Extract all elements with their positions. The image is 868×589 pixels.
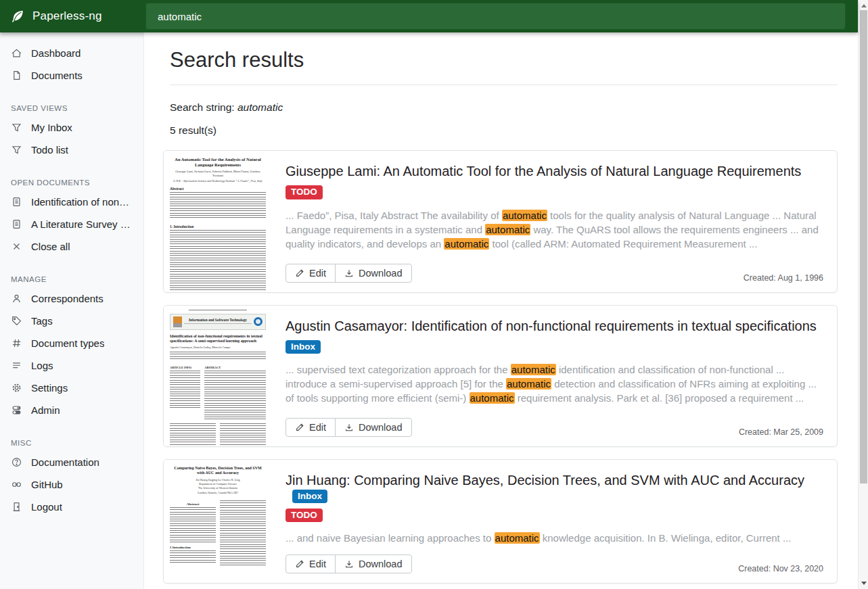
search-string-value: automatic [237,101,283,113]
pencil-icon [295,559,304,569]
search-string-line: Search string: automatic [170,101,838,114]
tag-badge-todo[interactable]: TODO [285,509,323,523]
download-button[interactable]: Download [335,555,412,573]
file-text-icon [11,218,22,230]
edit-button[interactable]: Edit [285,418,336,437]
sidebar-section-saved-views: SAVED VIEWS [11,104,133,112]
result-title-link[interactable]: Agustin Casamayor: Identification of non… [285,316,823,335]
sidebar-item-logout[interactable]: Logout [0,496,143,518]
paperless-leaf-icon [10,9,25,24]
tag-badge-inbox[interactable]: Inbox [292,490,327,504]
sidebar-item-label: Tags [31,315,53,327]
tag-badge-todo[interactable]: TODO [285,185,323,199]
sidebar-item-my-inbox[interactable]: My Inbox [0,116,143,139]
sidebar: Dashboard Documents SAVED VIEWS My Inbox… [0,32,144,589]
sidebar-item-correspondents[interactable]: Correspondents [0,287,143,310]
documents-icon [11,70,22,81]
sidebar-item-documentation[interactable]: Documentation [0,451,143,473]
sidebar-item-label: My Inbox [31,122,72,133]
filter-icon [11,144,22,156]
question-circle-icon [11,456,22,468]
result-title-link[interactable]: Jin Huang: Comparing Naive Bayes, Decisi… [285,473,804,488]
brand-link[interactable]: Paperless-ng [0,0,144,32]
page-title: Search results [170,46,838,74]
document-thumbnail[interactable]: Information and Software Technology Iden… [164,306,272,446]
sidebar-item-label: Logs [31,360,53,371]
gear-icon [11,382,22,394]
vertical-scrollbar[interactable] [858,0,868,589]
scrollbar-thumb[interactable] [860,10,867,484]
card-actions: Edit Download [285,264,412,283]
tag-badge-inbox[interactable]: Inbox [285,340,321,354]
sidebar-item-label: Close all [31,241,70,252]
sidebar-item-label: A Literature Survey on ... [31,218,133,230]
sidebar-item-label: Admin [31,404,60,416]
link-icon [11,479,22,490]
sidebar-item-label: Documentation [31,456,99,468]
file-text-icon [11,196,22,208]
search-results-list: An Automatic Tool for the Analysis of Na… [163,150,838,589]
sidebar-item-documents[interactable]: Documents [0,64,143,87]
sidebar-item-label: Correspondents [31,293,104,304]
sidebar-item-label: Logout [31,501,62,513]
card-actions: Edit Download [285,418,412,437]
result-count: 5 result(s) [170,124,838,137]
document-thumbnail[interactable]: An Automatic Tool for the Analysis of Na… [164,151,272,292]
sidebar-item-label: Todo list [31,144,68,156]
app-window: Paperless-ng Dashboard Documents SAVED V… [0,0,858,589]
download-icon [344,559,354,569]
elsevier-logo [173,316,182,327]
sidebar-item-dashboard[interactable]: Dashboard [0,42,143,64]
download-button[interactable]: Download [335,264,412,283]
download-button[interactable]: Download [335,418,412,437]
sidebar-item-logs[interactable]: Logs [0,354,143,377]
sidebar-section-open-documents: OPEN DOCUMENTS [11,179,133,187]
sidebar-item-label: Documents [31,70,83,81]
created-date: Created: Aug 1, 1996 [744,273,823,283]
list-icon [11,360,22,371]
result-title-link[interactable]: Giuseppe Lami: An Automatic Tool for the… [285,162,823,181]
search-result-card: An Automatic Tool for the Analysis of Na… [163,150,838,293]
result-snippet: ... Faedo”, Pisa, Italy Abstract The ava… [285,208,823,251]
sidebar-section-manage: MANAGE [11,275,133,283]
download-icon [344,423,354,432]
sidebar-item-label: GitHub [31,479,63,490]
created-date: Created: Nov 23, 2020 [738,564,823,573]
sidebar-item-todo-list[interactable]: Todo list [0,139,143,161]
journal-logo [254,317,262,326]
sidebar-item-label: Document types [31,337,104,349]
scroll-up-arrow[interactable] [861,4,867,7]
hash-icon [11,337,22,349]
sidebar-item-settings[interactable]: Settings [0,377,143,399]
download-icon [344,268,354,278]
main-content: Search results Search string: automatic … [144,32,858,589]
tag-icon [11,315,22,327]
sidebar-item-document-types[interactable]: Document types [0,332,143,354]
edit-button[interactable]: Edit [285,555,336,573]
thumb-title: An Automatic Tool for the Analysis of Na… [170,157,266,168]
global-search-input[interactable] [145,3,846,30]
sidebar-item-github[interactable]: GitHub [0,473,143,496]
sidebar-item-open-doc-1[interactable]: Identification of non-fu... [0,191,143,213]
pencil-icon [295,268,304,278]
created-date: Created: Mar 25, 2009 [739,427,823,437]
card-actions: Edit Download [285,555,412,573]
document-thumbnail[interactable]: Comparing Naive Bayes, Decision Trees, a… [164,460,272,584]
thumb-authors: Giuseppe Lami, Stefania Gnesi, Fabrizio … [170,170,266,177]
sidebar-item-open-doc-2[interactable]: A Literature Survey on ... [0,213,143,235]
close-icon [11,241,22,252]
search-area [144,0,858,32]
journal-header: Information and Software Technology [170,314,266,330]
scroll-down-arrow[interactable] [861,582,867,585]
sidebar-item-tags[interactable]: Tags [0,310,143,332]
result-snippet: ... and naive Bayesian learning approach… [285,531,823,545]
search-result-card: Information and Software Technology Iden… [163,305,838,447]
result-snippet: ... supervised text categorization appro… [285,362,823,405]
sidebar-item-label: Identification of non-fu... [31,196,133,208]
edit-button[interactable]: Edit [285,264,336,283]
sidebar-item-admin[interactable]: Admin [0,399,143,421]
home-icon [11,47,22,59]
brand-name: Paperless-ng [32,9,102,23]
sidebar-item-close-all[interactable]: Close all [0,235,143,258]
pencil-icon [295,423,304,432]
